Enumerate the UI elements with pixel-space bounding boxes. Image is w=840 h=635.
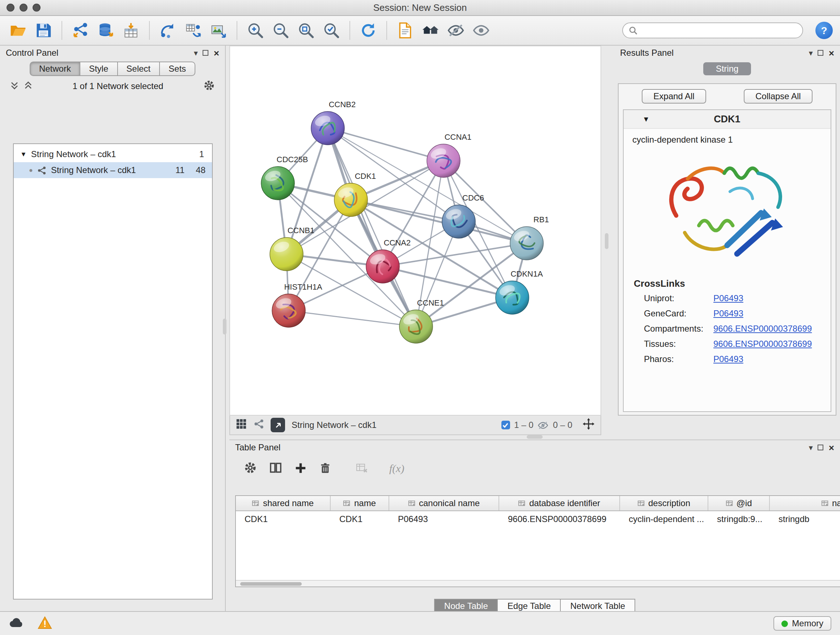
expand-tree-button[interactable] — [10, 81, 19, 92]
save-session-button[interactable] — [33, 19, 54, 41]
import-table-button[interactable] — [120, 19, 142, 41]
annotation-document-button[interactable] — [394, 19, 416, 41]
import-network-file-button[interactable] — [69, 19, 91, 41]
collapse-all-button[interactable]: Collapse All — [744, 89, 812, 103]
column-header-id[interactable]: @id — [708, 496, 770, 510]
column-header-name[interactable]: name — [331, 496, 389, 510]
float-control-panel-icon[interactable] — [203, 50, 209, 56]
tab-select[interactable]: Select — [118, 62, 160, 76]
node-CCNA2[interactable] — [366, 250, 399, 283]
tab-sets[interactable]: Sets — [160, 62, 195, 76]
float-results-panel-icon[interactable] — [818, 50, 824, 56]
node-CDKN1A[interactable] — [496, 281, 529, 314]
node-CCNA1[interactable] — [427, 144, 460, 177]
window-close-button[interactable] — [6, 4, 14, 11]
network-row[interactable]: ● String Network – cdk1 11 48 — [14, 162, 212, 178]
warning-button[interactable] — [38, 616, 52, 631]
collapse-control-panel-icon[interactable]: ▾ — [194, 49, 198, 57]
column-header-shared-name[interactable]: shared name — [236, 496, 331, 510]
cell-description[interactable]: cyclin-dependent ... — [620, 514, 708, 524]
apply-layout-button[interactable] — [357, 19, 379, 41]
node-CDK1[interactable] — [334, 183, 368, 217]
tab-style[interactable]: Style — [80, 62, 118, 76]
tab-string[interactable]: String — [703, 62, 751, 75]
zoom-selected-button[interactable] — [321, 19, 342, 41]
edge-CDK1-RB1[interactable] — [351, 200, 527, 243]
cell-name[interactable]: CDK1 — [331, 514, 389, 524]
edge-CCNB2-CCNE1[interactable] — [328, 128, 416, 326]
show-columns-button[interactable] — [269, 461, 282, 477]
scrollbar-thumb[interactable] — [240, 582, 302, 586]
node-CCNB2[interactable] — [311, 111, 344, 145]
column-header-database-identifier[interactable]: database identifier — [499, 496, 620, 510]
collapse-table-panel-icon[interactable]: ▾ — [809, 443, 813, 451]
edge-CCNB2-CCNA1[interactable] — [328, 128, 444, 161]
zoom-out-button[interactable] — [270, 19, 292, 41]
column-header-namespace[interactable]: namespace — [770, 496, 840, 510]
cell-canonical-name[interactable]: P06493 — [389, 514, 499, 524]
close-control-panel-icon[interactable]: × — [214, 48, 219, 57]
pan-crosshair-button[interactable] — [583, 418, 595, 432]
horizontal-scrollbar[interactable] — [236, 580, 840, 586]
bottom-splitter-handle[interactable] — [527, 435, 543, 439]
add-column-button[interactable] — [294, 462, 307, 476]
expand-all-button[interactable]: Expand All — [642, 89, 706, 103]
cell-database-identifier[interactable]: 9606.ENSP00000378699 — [499, 514, 620, 524]
home-button[interactable] — [420, 19, 441, 41]
edge-HIST1H1A-CCNE1[interactable] — [289, 310, 416, 326]
zoom-fit-button[interactable] — [295, 19, 317, 41]
cell-shared-name[interactable]: CDK1 — [236, 514, 331, 524]
network-canvas[interactable]: CCNB2CCNA1CDC25BCDK1CDC6RB1CCNB1CCNA2CDK… — [229, 46, 601, 416]
network-options-button[interactable] — [203, 79, 215, 93]
export-image-button[interactable] — [208, 19, 229, 41]
help-button[interactable]: ? — [815, 22, 833, 39]
memory-button[interactable]: Memory — [773, 616, 831, 631]
node-CDC6[interactable] — [442, 205, 475, 238]
right-splitter-handle[interactable] — [605, 233, 608, 249]
toolbar-separator — [62, 21, 62, 40]
crosslink-compartments-link[interactable]: 9606.ENSP00000378699 — [714, 323, 812, 333]
string-app-button[interactable] — [253, 418, 264, 432]
open-external-button[interactable] — [271, 418, 285, 432]
toggle-glass-effect-button[interactable] — [470, 19, 492, 41]
crosslink-genecard-link[interactable]: P06493 — [714, 308, 744, 318]
network-graph[interactable]: CCNB2CCNA1CDC25BCDK1CDC6RB1CCNB1CCNA2CDK… — [230, 46, 600, 415]
node-CDC25B[interactable] — [261, 166, 294, 200]
cell-id[interactable]: stringdb:9... — [708, 514, 770, 524]
node-HIST1H1A[interactable] — [272, 294, 305, 327]
tab-network[interactable]: Network — [30, 62, 80, 76]
function-builder-button[interactable]: f(x) — [389, 463, 404, 475]
open-session-button[interactable] — [7, 19, 29, 41]
node-CCNB1[interactable] — [270, 238, 303, 271]
float-table-panel-icon[interactable] — [818, 445, 824, 450]
left-splitter-handle[interactable] — [223, 318, 226, 334]
tree-expanded-icon[interactable]: ▼ — [20, 150, 27, 158]
toggle-structure-images-button[interactable] — [445, 19, 467, 41]
close-results-panel-icon[interactable]: × — [829, 48, 834, 57]
network-collection-row[interactable]: ▼ String Network – cdk1 1 — [14, 146, 212, 162]
birdseye-view-button[interactable] — [236, 418, 247, 432]
node-RB1[interactable] — [510, 226, 543, 260]
cloud-button[interactable] — [9, 616, 25, 630]
window-zoom-button[interactable] — [33, 4, 41, 11]
collapse-tree-button[interactable] — [24, 81, 33, 92]
column-header-canonical-name[interactable]: canonical name — [389, 496, 499, 510]
crosslink-uniprot-link[interactable]: P06493 — [714, 293, 744, 303]
new-network-button[interactable] — [157, 19, 179, 41]
cell-namespace[interactable]: stringdb — [770, 514, 840, 524]
crosslink-tissues-link[interactable]: 9606.ENSP00000378699 — [714, 339, 812, 348]
selected-nodes-checkbox[interactable] — [501, 421, 510, 429]
import-network-database-button[interactable] — [95, 19, 117, 41]
close-table-panel-icon[interactable]: × — [829, 443, 834, 452]
collapse-results-panel-icon[interactable]: ▾ — [809, 49, 813, 57]
search-input[interactable] — [641, 25, 797, 36]
window-minimize-button[interactable] — [19, 4, 27, 11]
crosslink-pharos-link[interactable]: P06493 — [714, 354, 744, 364]
network-from-table-button[interactable] — [182, 19, 204, 41]
zoom-in-button[interactable] — [245, 19, 266, 41]
column-header-description[interactable]: description — [620, 496, 708, 510]
node-CCNE1[interactable] — [399, 310, 433, 343]
delete-column-button[interactable] — [319, 462, 332, 476]
collapse-gene-section-icon[interactable]: ▼ — [643, 115, 650, 123]
table-settings-button[interactable] — [244, 461, 257, 477]
